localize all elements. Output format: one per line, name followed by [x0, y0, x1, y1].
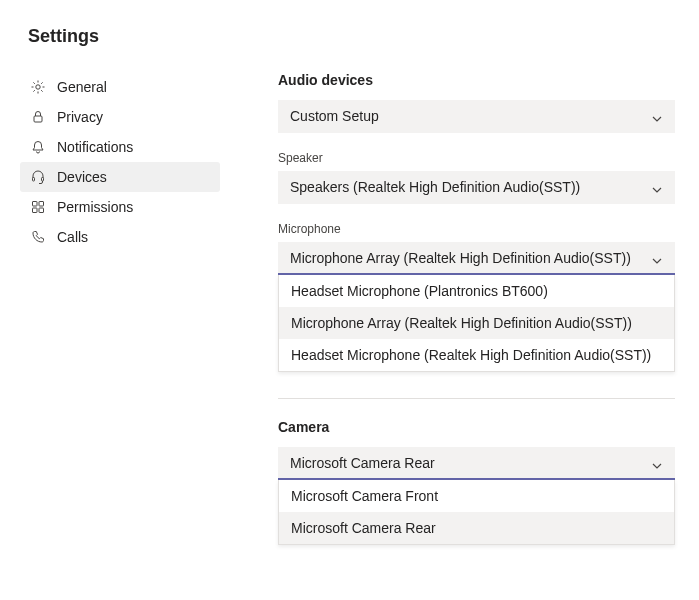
svg-rect-3 — [42, 178, 44, 182]
audio-devices-heading: Audio devices — [278, 72, 675, 88]
sidebar-item-label: Notifications — [57, 139, 133, 155]
sidebar-item-label: Privacy — [57, 109, 103, 125]
sidebar-item-privacy[interactable]: Privacy — [20, 102, 220, 132]
gear-icon — [30, 79, 46, 95]
select-value: Custom Setup — [290, 108, 379, 124]
page-title: Settings — [28, 26, 99, 47]
sidebar-item-label: Permissions — [57, 199, 133, 215]
microphone-option[interactable]: Microphone Array (Realtek High Definitio… — [279, 307, 674, 339]
sidebar-item-permissions[interactable]: Permissions — [20, 192, 220, 222]
apps-icon — [30, 199, 46, 215]
speaker-select[interactable]: Speakers (Realtek High Definition Audio(… — [278, 171, 675, 204]
svg-rect-2 — [33, 178, 35, 182]
settings-header: Settings — [0, 0, 699, 64]
microphone-select[interactable]: Microphone Array (Realtek High Definitio… — [278, 242, 675, 275]
camera-dropdown: Microsoft Camera Front Microsoft Camera … — [278, 480, 675, 545]
close-button[interactable] — [663, 24, 671, 48]
headset-icon — [30, 169, 46, 185]
camera-option[interactable]: Microsoft Camera Front — [279, 480, 674, 512]
select-value: Microphone Array (Realtek High Definitio… — [290, 250, 631, 266]
svg-rect-6 — [33, 208, 38, 213]
select-value: Microsoft Camera Rear — [290, 455, 435, 471]
microphone-dropdown: Headset Microphone (Plantronics BT600) M… — [278, 275, 675, 372]
bell-icon — [30, 139, 46, 155]
microphone-label: Microphone — [278, 222, 675, 236]
speaker-label: Speaker — [278, 151, 675, 165]
settings-sidebar: General Privacy Notifications Devices Pe… — [20, 64, 220, 545]
microphone-option[interactable]: Headset Microphone (Plantronics BT600) — [279, 275, 674, 307]
camera-heading: Camera — [278, 419, 675, 435]
sidebar-item-notifications[interactable]: Notifications — [20, 132, 220, 162]
section-divider — [278, 398, 675, 399]
microphone-option[interactable]: Headset Microphone (Realtek High Definit… — [279, 339, 674, 371]
sidebar-item-label: Calls — [57, 229, 88, 245]
svg-rect-5 — [39, 202, 44, 207]
svg-rect-1 — [34, 116, 42, 122]
sidebar-item-calls[interactable]: Calls — [20, 222, 220, 252]
select-value: Speakers (Realtek High Definition Audio(… — [290, 179, 580, 195]
sidebar-item-devices[interactable]: Devices — [20, 162, 220, 192]
camera-option[interactable]: Microsoft Camera Rear — [279, 512, 674, 544]
sidebar-item-general[interactable]: General — [20, 72, 220, 102]
settings-main: Audio devices Custom Setup Speaker Speak… — [220, 64, 699, 545]
svg-point-0 — [36, 85, 40, 89]
svg-rect-4 — [33, 202, 38, 207]
lock-icon — [30, 109, 46, 125]
sidebar-item-label: Devices — [57, 169, 107, 185]
sidebar-item-label: General — [57, 79, 107, 95]
phone-icon — [30, 229, 46, 245]
camera-select[interactable]: Microsoft Camera Rear — [278, 447, 675, 480]
svg-rect-7 — [39, 208, 44, 213]
audio-device-select[interactable]: Custom Setup — [278, 100, 675, 133]
